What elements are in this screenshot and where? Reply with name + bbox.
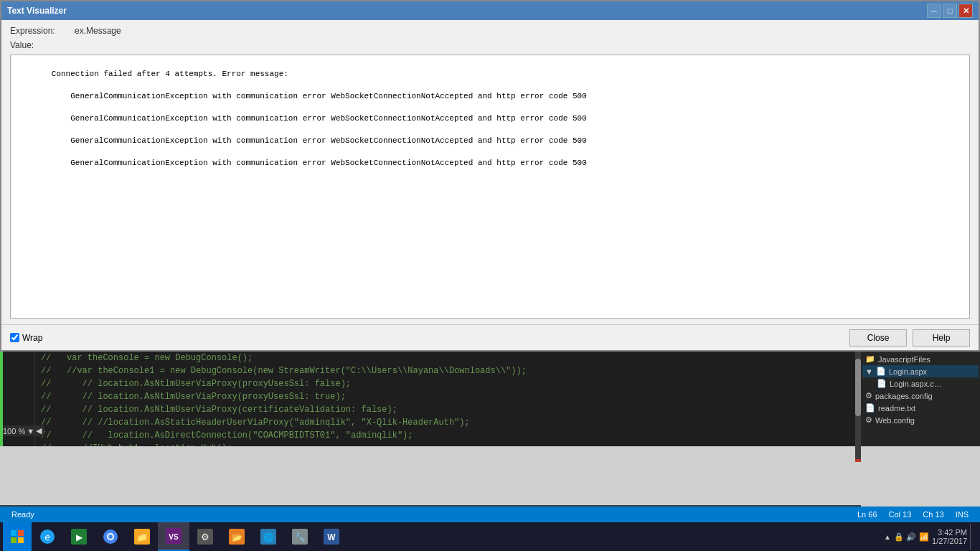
- file-icon-webconfig: ⚙: [865, 415, 872, 425]
- line-content-6: // // //location.AsStaticHeaderUserViaPr…: [35, 416, 476, 429]
- tv-close[interactable]: ✕: [958, 4, 973, 18]
- line-content-3: // // location.AsNtlmUserViaProxy(proxyU…: [35, 377, 357, 390]
- svg-text:📁: 📁: [136, 531, 149, 543]
- zoom-prev-button[interactable]: ◀: [36, 426, 42, 435]
- taskbar-tools[interactable]: ⚙: [189, 522, 221, 551]
- line-num-8: [3, 442, 35, 446]
- content-line5: GeneralCommunicationException with commu…: [52, 159, 587, 167]
- tv-footer-buttons: Close Help: [849, 329, 970, 347]
- svg-text:e: e: [44, 532, 50, 542]
- tv-maximize[interactable]: □: [943, 4, 957, 18]
- code-vscroll-thumb[interactable]: [855, 359, 861, 416]
- tv-textbox[interactable]: Connection failed after 4 attempts. Erro…: [10, 55, 970, 319]
- svg-text:▶: ▶: [76, 532, 83, 542]
- status-col: Col 13: [883, 510, 918, 519]
- taskbar-network[interactable]: 🌐: [253, 522, 284, 551]
- zoom-dropdown-arrow[interactable]: ▼: [27, 427, 34, 435]
- expand-icon: ▼: [865, 367, 873, 376]
- file-icon-readme: 📄: [865, 403, 875, 413]
- line-num-3: [3, 377, 35, 390]
- svg-rect-5: [18, 537, 24, 543]
- wrap-checkbox[interactable]: [10, 333, 19, 342]
- value-row: Value:: [10, 40, 970, 50]
- file-icon-packages: ⚙: [865, 391, 872, 400]
- svg-text:📂: 📂: [232, 532, 242, 542]
- taskbar-chrome[interactable]: [95, 522, 126, 551]
- windows-taskbar: e ▶ 📁 VS ⚙ 📂 🌐 🔧 W ▲ 🔒: [0, 522, 980, 551]
- start-button[interactable]: [3, 522, 32, 551]
- file-name-readme: readme.txt: [878, 404, 915, 413]
- value-label: Value:: [10, 40, 75, 50]
- line-content-8: // //IHub hub1 = location.Hub();: [35, 442, 237, 446]
- taskbar-ie[interactable]: e: [32, 522, 63, 551]
- taskbar-vs[interactable]: VS: [158, 522, 189, 551]
- wrap-checkbox-label[interactable]: Wrap: [10, 333, 42, 343]
- file-icon-login: 📄: [876, 367, 886, 376]
- close-button[interactable]: Close: [849, 329, 907, 347]
- svg-text:W: W: [327, 532, 336, 542]
- file-tree-item-logincs[interactable]: 📄 Login.aspx.c…: [862, 377, 979, 390]
- code-line-4: // // location.AsNtlmUserViaProxy(proxyU…: [3, 390, 861, 403]
- content-line3: GeneralCommunicationException with commu…: [52, 114, 587, 123]
- file-tree-item-readme[interactable]: 📄 readme.txt: [862, 402, 979, 414]
- line-content-1: // var theConsole = new DebugConsole();: [35, 352, 258, 364]
- expression-value: ex.Message: [75, 26, 121, 36]
- taskbar-word[interactable]: W: [316, 522, 347, 551]
- tray-network-icon: 📶: [919, 532, 929, 542]
- svg-text:⚙: ⚙: [201, 532, 209, 542]
- taskbar-settings[interactable]: 🔧: [284, 522, 316, 551]
- help-button[interactable]: Help: [913, 329, 970, 347]
- file-icon-logincs: 📄: [877, 379, 887, 388]
- tray-up-arrow[interactable]: ▲: [884, 533, 891, 541]
- taskbar-folder[interactable]: 📂: [221, 522, 253, 551]
- line-content-5: // // location.AsNtlmUserViaProxy(certif…: [35, 403, 403, 416]
- status-ch: Ch 13: [917, 510, 949, 519]
- tv-minimize[interactable]: ─: [927, 4, 941, 18]
- show-desktop-button[interactable]: [970, 524, 974, 550]
- code-editor[interactable]: // var theConsole = new DebugConsole(); …: [0, 352, 861, 446]
- status-ins: INS: [950, 510, 974, 519]
- code-vscrollbar[interactable]: [855, 352, 861, 462]
- green-indicator: [0, 352, 3, 446]
- code-lines-container: // var theConsole = new DebugConsole(); …: [0, 352, 861, 446]
- tv-footer: Wrap Close Help: [1, 324, 979, 350]
- file-name-packages: packages.config: [875, 392, 933, 400]
- file-name-webconfig: Web.config: [875, 416, 915, 425]
- svg-text:🔧: 🔧: [295, 532, 306, 542]
- code-line-5: // // location.AsNtlmUserViaProxy(certif…: [3, 403, 861, 416]
- tray-icons: 🔒 🔊: [894, 532, 916, 542]
- code-line-6: // // //location.AsStaticHeaderUserViaPr…: [3, 416, 861, 429]
- tv-window-controls: ─ □ ✕: [927, 4, 973, 18]
- code-line-3: // // location.AsNtlmUserViaProxy(proxyU…: [3, 377, 861, 390]
- content-line4: GeneralCommunicationException with commu…: [52, 136, 587, 145]
- line-content-4: // // location.AsNtlmUserViaProxy(proxyU…: [35, 390, 352, 403]
- status-ln: Ln 66: [852, 510, 883, 519]
- taskbar-media[interactable]: ▶: [63, 522, 95, 551]
- file-tree-item-webconfig[interactable]: ⚙ Web.config: [862, 414, 979, 426]
- line-content-7: // // location.AsDirectConnection("COACM…: [35, 429, 418, 442]
- time: 3:42 PM: [932, 528, 967, 537]
- time-display: 3:42 PM 1/27/2017: [932, 528, 967, 545]
- file-tree-item-packages[interactable]: ⚙ packages.config: [862, 390, 979, 402]
- status-ready: Ready: [6, 510, 40, 519]
- tv-title: Text Visualizer: [7, 6, 67, 16]
- taskbar-explorer[interactable]: 📁: [126, 522, 158, 551]
- file-name-login: Login.aspx: [889, 367, 927, 376]
- code-line-8: // //IHub hub1 = location.Hub();: [3, 442, 861, 446]
- svg-text:🌐: 🌐: [263, 532, 274, 542]
- svg-rect-3: [18, 530, 24, 536]
- wrap-label: Wrap: [22, 333, 42, 343]
- line-num-1: [3, 352, 35, 364]
- text-visualizer-dialog: Text Visualizer ─ □ ✕ Expression: ex.Mes…: [0, 0, 980, 352]
- file-tree-item-login[interactable]: ▼ 📄 Login.aspx: [862, 365, 979, 377]
- svg-rect-4: [11, 537, 17, 543]
- tv-content: Expression: ex.Message Value: Connection…: [1, 20, 979, 324]
- content-line1: Connection failed after 4 attempts. Erro…: [52, 70, 288, 78]
- file-tree-item-1[interactable]: 📁 JavascriptFiles: [862, 353, 979, 365]
- file-name-logincs: Login.aspx.c…: [890, 380, 942, 388]
- zoom-control: 100 % ▼ ◀: [0, 425, 44, 436]
- code-line-2: // //var theConsole1 = new DebugConsole(…: [3, 364, 861, 377]
- zoom-value: 100 %: [3, 427, 25, 435]
- svg-rect-2: [11, 530, 17, 536]
- svg-point-12: [108, 534, 113, 539]
